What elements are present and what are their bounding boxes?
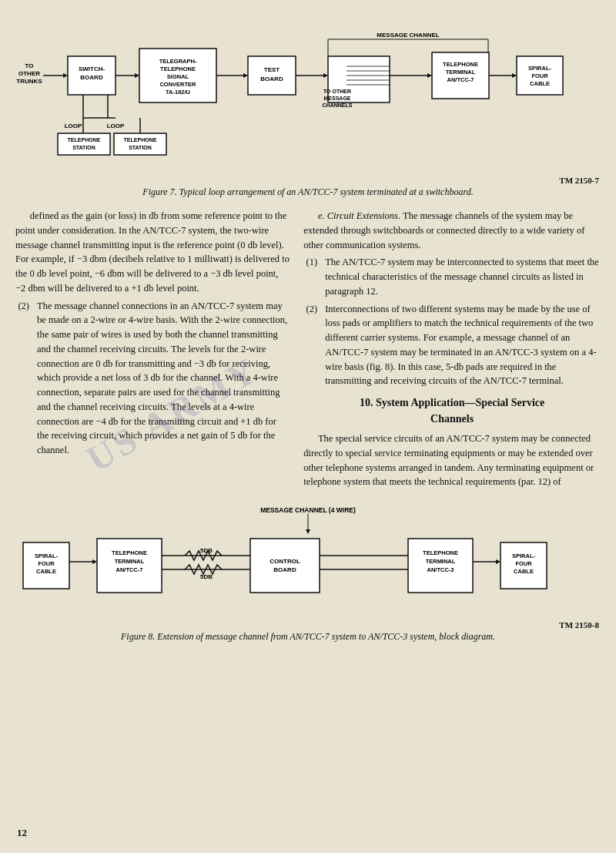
svg-rect-71 (97, 539, 162, 593)
svg-text:MESSAGE CHANNEL: MESSAGE CHANNEL (377, 32, 439, 39)
list-item-2-right: (2) Interconnections of two different sy… (303, 302, 601, 389)
svg-text:BOARD: BOARD (80, 74, 103, 81)
main-content: defined as the gain (or loss) in db from… (0, 204, 616, 492)
svg-marker-4 (63, 73, 68, 78)
svg-marker-64 (306, 529, 310, 534)
svg-rect-84 (408, 539, 473, 593)
svg-rect-79 (250, 539, 320, 593)
svg-text:TERMINAL: TERMINAL (115, 558, 145, 565)
list-text-1-right: The AN/TCC-7 system may be interconnecte… (325, 255, 601, 298)
svg-text:TA-182/U: TA-182/U (166, 89, 190, 96)
svg-text:SPIRAL-: SPIRAL- (512, 552, 536, 559)
svg-text:TO OTHER: TO OTHER (323, 89, 351, 94)
svg-text:FOUR: FOUR (515, 560, 532, 567)
svg-text:TERMINAL: TERMINAL (446, 69, 476, 76)
svg-text:MESSAGE CHANNEL (4 WIRE): MESSAGE CHANNEL (4 WIRE) (260, 506, 356, 514)
list-text-2-left: The message channel connections in an AN… (37, 299, 290, 458)
svg-text:AN/TCC-7: AN/TCC-7 (447, 76, 474, 83)
svg-text:STATION: STATION (129, 145, 152, 150)
svg-text:STATION: STATION (72, 145, 95, 150)
svg-text:MESSAGE: MESSAGE (323, 96, 350, 101)
svg-marker-89 (496, 559, 500, 564)
svg-text:LOOP: LOOP (107, 123, 125, 129)
page-number: 12 (17, 827, 27, 839)
svg-text:BOARD: BOARD (273, 566, 296, 573)
svg-marker-37 (427, 73, 432, 78)
svg-text:AN/TCC-7: AN/TCC-7 (116, 566, 143, 573)
page: TO OTHER TRUNKS SWITCH- BOARD TELEGRAPH-… (0, 0, 616, 853)
para-e: e. Circuit Extensions. The message chann… (303, 209, 601, 252)
list-item-1-right: (1) The AN/TCC-7 system may be interconn… (303, 255, 601, 298)
fig8-svg: MESSAGE CHANNEL (4 WIRE) SPIRAL- FOUR CA… (15, 500, 601, 614)
svg-text:CHANNELS: CHANNELS (323, 102, 353, 108)
svg-marker-43 (512, 73, 517, 78)
tm-number-bottom: TM 2150-8 (0, 620, 599, 630)
svg-text:TELEPHONE: TELEPHONE (68, 137, 101, 143)
right-column: e. Circuit Extensions. The message chann… (303, 209, 601, 492)
section-10-text: The special service circuits of an AN/TC… (303, 432, 601, 489)
figure-7-diagram: TO OTHER TRUNKS SWITCH- BOARD TELEGRAPH-… (0, 0, 616, 174)
svg-text:TERMINAL: TERMINAL (426, 558, 456, 565)
svg-text:TELEPHONE: TELEPHONE (160, 65, 196, 72)
svg-text:CABLE: CABLE (514, 568, 534, 575)
svg-text:SIGNAL: SIGNAL (167, 73, 189, 80)
svg-text:TELEPHONE: TELEPHONE (443, 61, 478, 68)
svg-text:TEST: TEST (264, 66, 280, 73)
svg-text:OTHER: OTHER (18, 70, 40, 77)
svg-text:TELEGRAPH-: TELEGRAPH- (159, 58, 197, 65)
svg-text:SPIRAL-: SPIRAL- (35, 552, 59, 559)
svg-text:5DB: 5DB (200, 573, 213, 580)
svg-text:CABLE: CABLE (36, 568, 56, 575)
svg-text:TO: TO (25, 62, 34, 69)
svg-marker-9 (135, 73, 139, 78)
fig7-caption: Figure 7. Typical loop arrangement of an… (15, 186, 601, 198)
svg-text:FOUR: FOUR (38, 560, 55, 567)
svg-rect-38 (432, 52, 489, 99)
section-10-title: 10. System Application—Special Service (360, 397, 544, 408)
left-column: defined as the gain (or loss) in db from… (15, 209, 290, 492)
svg-text:CONVERTER: CONVERTER (159, 81, 196, 88)
svg-text:TELEPHONE: TELEPHONE (112, 549, 147, 556)
section-10-sub: Channels (430, 413, 474, 425)
list-text-2-right: Interconnections of two different system… (325, 302, 601, 389)
svg-marker-17 (243, 73, 248, 78)
section-10-heading: 10. System Application—Special Service C… (303, 395, 601, 427)
svg-text:SPIRAL-: SPIRAL- (528, 65, 552, 72)
svg-text:LOOP: LOOP (65, 123, 82, 129)
svg-text:CONTROL: CONTROL (270, 558, 300, 565)
svg-text:BOARD: BOARD (260, 76, 283, 82)
svg-marker-22 (323, 73, 328, 78)
svg-text:FOUR: FOUR (531, 72, 548, 79)
fig7-svg: TO OTHER TRUNKS SWITCH- BOARD TELEGRAPH-… (15, 14, 601, 168)
svg-text:SWITCH-: SWITCH- (79, 65, 105, 72)
svg-text:CABLE: CABLE (530, 80, 550, 87)
e-heading-italic: e. Circuit Extensions. (318, 210, 400, 221)
svg-text:TELEPHONE: TELEPHONE (124, 137, 157, 143)
svg-text:TELEPHONE: TELEPHONE (423, 549, 458, 556)
list-num-1-right: (1) (303, 255, 320, 298)
tm-number-top: TM 2150-7 (0, 176, 599, 185)
list-num-2-left: (2) (15, 299, 32, 458)
fig8-caption: Figure 8. Extension of message channel f… (15, 631, 601, 643)
list-num-2-right: (2) (303, 302, 320, 389)
list-item-2-left: (2) The message channel connections in a… (15, 299, 290, 458)
svg-marker-70 (92, 559, 97, 564)
svg-text:TRUNKS: TRUNKS (16, 78, 42, 85)
svg-text:AN/TCC-3: AN/TCC-3 (427, 566, 454, 573)
para-defined: defined as the gain (or loss) in db from… (15, 209, 290, 296)
figure-8-diagram: MESSAGE CHANNEL (4 WIRE) SPIRAL- FOUR CA… (15, 500, 601, 617)
